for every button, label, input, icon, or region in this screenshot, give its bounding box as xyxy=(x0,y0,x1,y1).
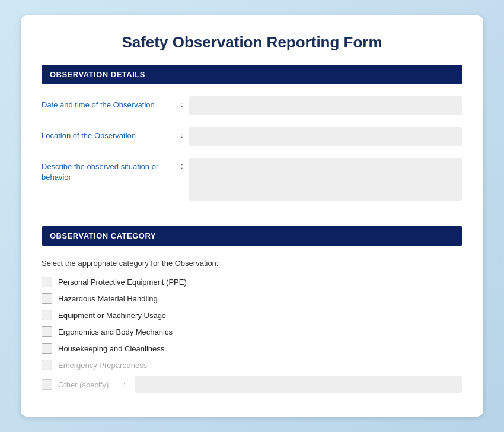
location-row: Location of the Observation : xyxy=(42,121,462,152)
checkbox-emergency[interactable] xyxy=(42,360,52,370)
observation-category-body: Select the appropriate category for the … xyxy=(42,246,462,405)
observation-category-header: OBSERVATION CATEGORY xyxy=(42,226,462,246)
checkbox-emergency-label: Emergency Preparedness xyxy=(58,361,147,370)
location-input[interactable] xyxy=(189,127,462,146)
other-specify-label: Other (specify) xyxy=(58,380,117,389)
observation-details-section: OBSERVATION DETAILS Date and time of the… xyxy=(42,65,462,215)
checkbox-emergency-item: Emergency Preparedness xyxy=(42,357,462,373)
checkbox-ergonomics-label: Ergonomics and Body Mechanics xyxy=(58,328,173,336)
checkbox-equipment[interactable] xyxy=(42,310,52,320)
form-card: Safety Observation Reporting Form OBSERV… xyxy=(21,15,483,417)
date-time-input[interactable] xyxy=(189,96,462,115)
description-label: Describe the observed situation or behav… xyxy=(42,158,178,183)
checkbox-equipment-label: Equipment or Machinery Usage xyxy=(58,311,166,320)
checkbox-equipment-item: Equipment or Machinery Usage xyxy=(42,307,462,323)
description-textarea[interactable] xyxy=(189,158,462,201)
description-row: Describe the observed situation or behav… xyxy=(42,152,462,207)
observation-details-header: OBSERVATION DETAILS xyxy=(42,65,462,84)
checkbox-list: Personal Protective Equipment (PPE) Haza… xyxy=(42,274,462,373)
other-specify-row: Other (specify) : xyxy=(42,373,462,396)
checkbox-hazmat-item: Hazardous Material Handling xyxy=(42,290,462,307)
checkbox-housekeeping-item: Housekeeping and Cleanliness xyxy=(42,340,462,357)
date-time-label: Date and time of the Observation xyxy=(42,96,178,110)
observation-details-body: Date and time of the Observation : Locat… xyxy=(42,84,462,215)
checkbox-ergonomics-item: Ergonomics and Body Mechanics xyxy=(42,323,462,340)
checkbox-other[interactable] xyxy=(42,379,52,390)
other-specify-input[interactable] xyxy=(135,376,462,393)
description-colon: : xyxy=(178,158,189,170)
checkbox-ppe-item: Personal Protective Equipment (PPE) xyxy=(42,274,462,290)
checkbox-hazmat[interactable] xyxy=(42,293,52,304)
checkbox-ppe[interactable] xyxy=(42,277,52,287)
location-label: Location of the Observation xyxy=(42,127,178,141)
checkbox-ppe-label: Personal Protective Equipment (PPE) xyxy=(58,278,187,287)
checkbox-housekeeping-label: Housekeeping and Cleanliness xyxy=(58,344,164,353)
page-title: Safety Observation Reporting Form xyxy=(42,33,462,52)
location-colon: : xyxy=(178,127,189,139)
date-time-row: Date and time of the Observation : xyxy=(42,90,462,121)
checkbox-housekeeping[interactable] xyxy=(42,343,52,354)
other-colon: : xyxy=(123,380,126,389)
observation-category-section: OBSERVATION CATEGORY Select the appropri… xyxy=(42,226,462,405)
date-time-colon: : xyxy=(178,96,189,109)
category-subtitle: Select the appropriate category for the … xyxy=(42,252,462,274)
checkbox-ergonomics[interactable] xyxy=(42,326,52,337)
checkbox-hazmat-label: Hazardous Material Handling xyxy=(58,294,158,303)
